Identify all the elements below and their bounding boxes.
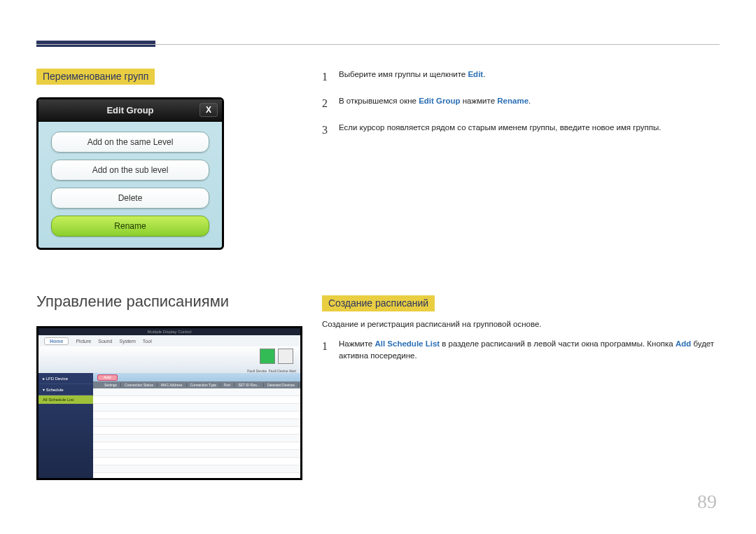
fault-device-alert-icon[interactable] xyxy=(278,349,293,364)
mdc-grid xyxy=(93,388,300,480)
delete-button[interactable]: Delete xyxy=(51,188,209,209)
step-number: 1 xyxy=(322,69,339,85)
step-number: 2 xyxy=(322,95,339,112)
sidebar-item-lfd[interactable]: ▸ LFD Device xyxy=(38,373,93,384)
fault-device-icon[interactable] xyxy=(260,349,275,364)
mdc-menu-picture[interactable]: Picture xyxy=(76,339,91,344)
step-1: 1 Нажмите All Schedule List в разделе ра… xyxy=(322,338,720,363)
heading-create-schedules: Создание расписаний xyxy=(322,295,435,311)
mdc-column-headers: Settings Connection Status MAC Address C… xyxy=(93,381,300,388)
step-1: 1 Выберите имя группы и щелкните Edit. xyxy=(322,69,720,85)
mdc-window-title: Multiple Display Control xyxy=(38,328,300,335)
add-button[interactable]: Add xyxy=(97,374,118,381)
dialog-header: Edit Group X xyxy=(38,99,222,122)
mdc-screenshot: Multiple Display Control Home Picture So… xyxy=(36,326,302,480)
mdc-menu-system[interactable]: System xyxy=(120,339,136,344)
step-3: 3 Если курсор появляется рядом со старым… xyxy=(322,122,720,139)
mdc-menu-tool[interactable]: Tool xyxy=(143,339,152,344)
header-rule xyxy=(36,44,720,45)
rename-button[interactable]: Rename xyxy=(51,216,209,237)
close-icon[interactable]: X xyxy=(200,103,218,117)
sidebar-item-schedule[interactable]: ▾ Schedule xyxy=(38,384,93,395)
mdc-toolbar: Add xyxy=(93,373,300,381)
step-number: 3 xyxy=(322,122,339,139)
page-number: 89 xyxy=(697,491,717,513)
edit-group-dialog: Edit Group X Add on the same Level Add o… xyxy=(36,97,224,250)
mdc-ribbon: Fault Device Fault Device Alert xyxy=(38,346,300,373)
heading-schedule-management: Управление расписаниями xyxy=(36,293,302,311)
sidebar-item-all-schedule[interactable]: All Schedule List xyxy=(38,395,93,404)
heading-rename-groups: Переименование групп xyxy=(36,69,155,85)
mdc-menu-sound[interactable]: Sound xyxy=(98,339,112,344)
mdc-sidebar: ▸ LFD Device ▾ Schedule All Schedule Lis… xyxy=(38,373,93,480)
dialog-title: Edit Group xyxy=(106,105,153,115)
step-2: 2 В открывшемся окне Edit Group нажмите … xyxy=(322,95,720,112)
step-number: 1 xyxy=(322,338,339,355)
mdc-menu-bar: Home Picture Sound System Tool xyxy=(38,335,300,346)
add-sub-level-button[interactable]: Add on the sub level xyxy=(51,160,209,181)
body-text: Создание и регистрация расписаний на гру… xyxy=(322,320,720,328)
add-same-level-button[interactable]: Add on the same Level xyxy=(51,132,209,153)
mdc-menu-home[interactable]: Home xyxy=(44,337,69,345)
